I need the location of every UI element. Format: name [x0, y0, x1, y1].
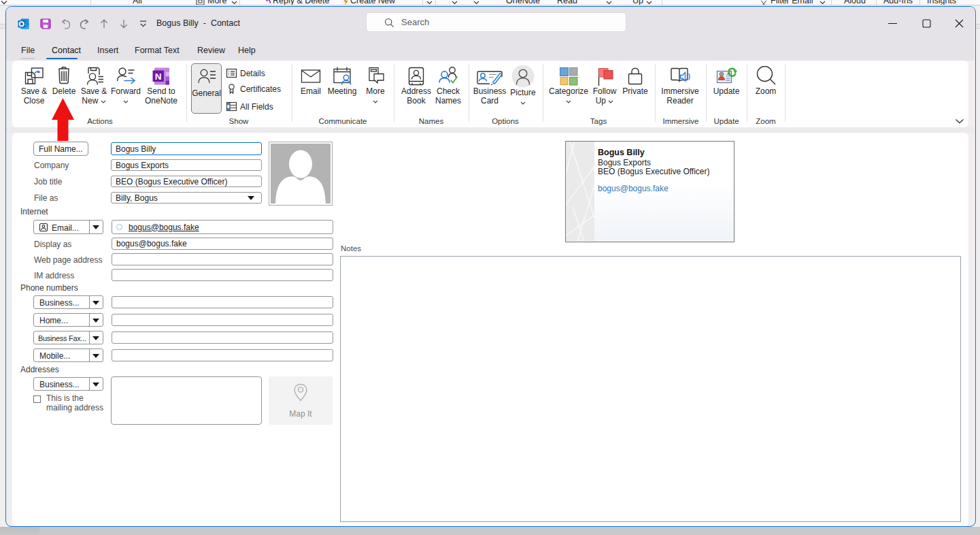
svg-text:N: N: [155, 71, 162, 82]
